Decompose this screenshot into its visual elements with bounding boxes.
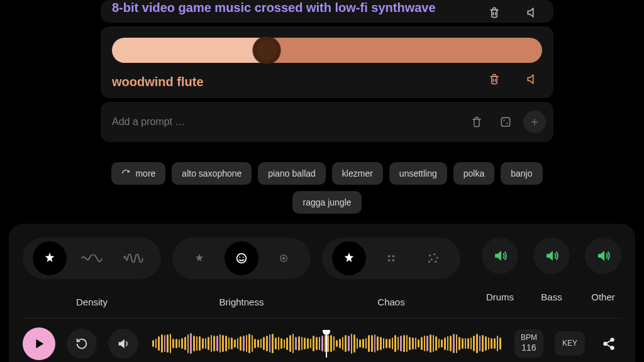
trash-icon[interactable] [465, 111, 488, 133]
suggestion-chip[interactable]: banjo [501, 162, 542, 185]
svg-point-1 [503, 119, 504, 121]
mute-icon[interactable] [521, 68, 543, 90]
density-option-mid[interactable] [75, 241, 109, 275]
suggestion-chip[interactable]: klezmer [332, 162, 383, 185]
density-option-low[interactable] [33, 241, 67, 275]
waveform-bar [473, 336, 475, 351]
restart-button[interactable] [67, 329, 97, 359]
mute-icon[interactable] [521, 1, 543, 24]
waveform-bar [237, 338, 239, 349]
waveform-bar [476, 334, 478, 353]
waveform-bar [359, 339, 361, 348]
brightness-group: Brightness [172, 238, 311, 307]
waveform-bar [225, 336, 227, 351]
prompt-text-1[interactable]: 8-bit video game music crossed with low-… [112, 0, 542, 15]
waveform-bar [400, 336, 402, 352]
brightness-segment [172, 238, 311, 279]
control-panel: Density Brightness [9, 224, 635, 362]
waveform-bar [313, 336, 314, 351]
waveform-bar [280, 338, 282, 348]
waveform-bar [219, 334, 221, 353]
waveform-bar [205, 338, 207, 349]
bpm-value: 116 [521, 343, 537, 354]
dice-icon[interactable] [494, 111, 517, 133]
waveform-bar [211, 335, 213, 352]
brightness-option-high[interactable] [267, 241, 301, 275]
playhead[interactable] [323, 330, 330, 358]
waveform-bar [234, 339, 236, 348]
waveform-bar [222, 335, 224, 352]
suggestion-chip[interactable]: ragga jungle [292, 191, 361, 214]
add-button[interactable] [523, 111, 546, 133]
chip-label: polka [464, 168, 484, 178]
waveform-bar [342, 337, 344, 351]
waveform-bar [257, 339, 259, 348]
waveform-bar [310, 339, 312, 349]
add-prompt-card [101, 102, 553, 142]
waveform-bar [438, 339, 440, 348]
waveform-bar [362, 339, 364, 349]
chaos-option-low[interactable] [332, 241, 366, 275]
volume-button[interactable] [108, 329, 138, 359]
mute-bass-button[interactable] [533, 238, 570, 274]
waveform-bar [246, 335, 248, 352]
mute-group: Drums Bass Other [482, 238, 621, 302]
add-prompt-input[interactable] [112, 116, 465, 128]
suggestion-chip[interactable]: piano ballad [258, 162, 326, 185]
slider-track [112, 38, 542, 63]
waveform-bar [380, 337, 382, 351]
chip-more[interactable]: more [111, 162, 165, 185]
playhead-line [326, 335, 327, 358]
suggestion-chip[interactable]: polka [453, 162, 494, 185]
key-button[interactable]: KEY [555, 331, 585, 356]
slider-thumb[interactable] [253, 36, 280, 64]
chaos-option-mid[interactable] [374, 241, 408, 275]
mute-bass-label: Bass [541, 292, 562, 302]
waveform-bar [389, 339, 391, 348]
brightness-label: Brightness [219, 297, 264, 307]
waveform-bar [269, 334, 271, 353]
waveform-bar [172, 339, 174, 348]
waveform-bar [482, 335, 484, 351]
waveform-bar [415, 337, 417, 349]
chaos-option-high[interactable] [416, 241, 450, 275]
waveform-bar [260, 339, 262, 348]
svg-rect-0 [501, 118, 509, 126]
svg-point-14 [436, 256, 438, 258]
waveform-bar [213, 336, 215, 351]
prompt-weight-slider[interactable] [112, 33, 542, 68]
prompt-card-2: woodwind flute [101, 26, 553, 98]
waveform-bar [450, 336, 452, 352]
brightness-option-low[interactable] [182, 241, 216, 275]
waveform-bar [252, 335, 253, 353]
suggestion-chip[interactable]: alto saxophone [172, 162, 252, 185]
density-segment [23, 238, 161, 279]
brightness-option-mid[interactable] [225, 241, 258, 275]
waveform-bar [456, 334, 458, 353]
play-button[interactable] [23, 327, 55, 360]
waveform-bar [196, 336, 198, 351]
waveform-bar [228, 337, 230, 349]
chip-label: more [135, 168, 155, 178]
mute-other-button[interactable] [585, 238, 621, 274]
waveform-bar [465, 338, 467, 349]
trash-icon[interactable] [483, 1, 506, 24]
density-option-high[interactable] [117, 241, 151, 275]
waveform-bar [158, 336, 160, 350]
suggestion-chip[interactable]: unsettling [389, 162, 447, 185]
waveform-bar [333, 336, 335, 351]
mute-drums-button[interactable] [482, 238, 518, 274]
waveform[interactable] [150, 330, 503, 358]
bpm-button[interactable]: BPM 116 [514, 329, 543, 358]
prompt-text-2[interactable]: woodwind flute [112, 74, 542, 89]
waveform-bar [187, 334, 189, 353]
waveform-bar [374, 334, 376, 353]
mute-drums-label: Drums [486, 292, 514, 302]
waveform-bar [348, 336, 350, 352]
waveform-bar [240, 336, 242, 350]
svg-point-3 [237, 254, 247, 263]
share-button[interactable] [596, 331, 621, 356]
trash-icon[interactable] [483, 68, 506, 90]
svg-point-13 [433, 253, 435, 255]
waveform-bar [409, 337, 411, 350]
